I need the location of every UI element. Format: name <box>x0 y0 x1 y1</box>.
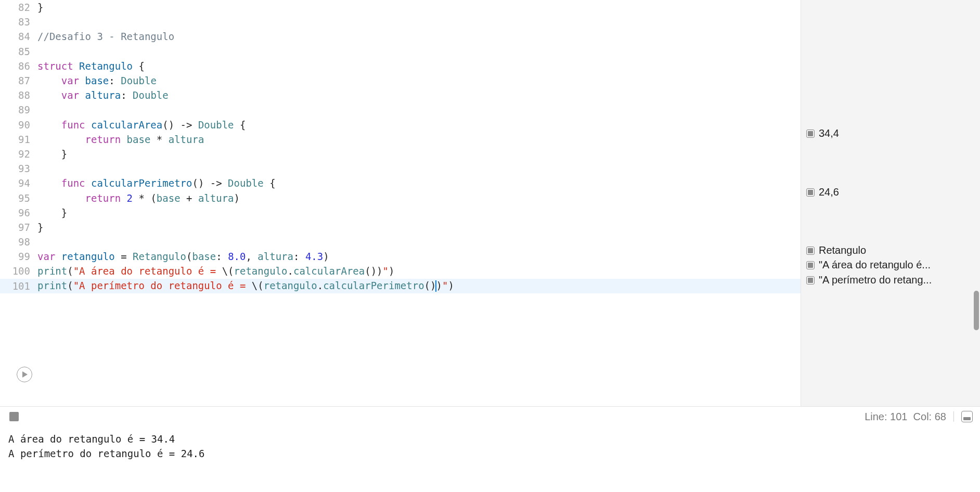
main-area: 82}8384//Desafio 3 - Retangulo8586struct… <box>0 0 980 406</box>
code-line[interactable]: 95 return 2 * (base + altura) <box>0 190 801 205</box>
line-content[interactable]: var retangulo = Retangulo(base: 8.0, alt… <box>37 251 801 262</box>
results-sidebar[interactable]: 34,424,6Retangulo"A área do retangulo é.… <box>801 0 980 406</box>
line-content[interactable]: } <box>37 207 801 218</box>
line-content[interactable]: print("A perímetro do retangulo é = \(re… <box>37 280 801 292</box>
line-number: 89 <box>0 104 37 115</box>
result-text: 34,4 <box>819 127 839 139</box>
line-number: 85 <box>0 46 37 57</box>
result-text: Retangulo <box>819 244 866 256</box>
line-content[interactable]: struct Retangulo { <box>37 60 801 72</box>
line-content[interactable]: return base * altura <box>37 134 801 145</box>
quicklook-icon[interactable] <box>806 130 815 138</box>
code-line[interactable]: 99var retangulo = Retangulo(base: 8.0, a… <box>0 249 801 264</box>
line-number: 86 <box>0 60 37 72</box>
code-line[interactable]: 100print("A área do retangulo é = \(reta… <box>0 264 801 278</box>
code-line[interactable]: 84//Desafio 3 - Retangulo <box>0 29 801 44</box>
code-line[interactable]: 85 <box>0 44 801 59</box>
result-text: 24,6 <box>819 186 839 198</box>
result-row[interactable]: 24,6 <box>806 186 976 198</box>
status-col-label: Col: <box>913 411 932 423</box>
line-number: 95 <box>0 192 37 204</box>
line-number: 91 <box>0 134 37 145</box>
line-number: 82 <box>0 2 37 13</box>
line-content[interactable]: var base: Double <box>37 75 801 86</box>
status-line-label: Line: <box>865 411 887 423</box>
code-line[interactable]: 88 var altura: Double <box>0 88 801 102</box>
result-text: "A perímetro do retang... <box>819 274 932 286</box>
code-line[interactable]: 101print("A perímetro do retangulo é = \… <box>0 279 801 293</box>
status-col-value: 68 <box>935 411 946 423</box>
code-line[interactable]: 86struct Retangulo { <box>0 59 801 73</box>
line-number: 97 <box>0 222 37 233</box>
play-icon <box>22 371 28 378</box>
result-row[interactable]: Retangulo <box>806 244 976 256</box>
stop-button[interactable] <box>9 412 19 421</box>
line-content[interactable]: return 2 * (base + altura) <box>37 192 801 204</box>
line-content[interactable]: } <box>37 148 801 160</box>
console-line: A perímetro do retangulo é = 24.6 <box>8 446 972 461</box>
line-number: 94 <box>0 177 37 189</box>
line-content[interactable]: } <box>37 222 801 233</box>
code-line[interactable]: 83 <box>0 15 801 29</box>
result-row[interactable]: "A área do retangulo é... <box>806 259 976 271</box>
line-number: 92 <box>0 148 37 160</box>
quicklook-icon[interactable] <box>806 276 815 284</box>
result-text: "A área do retangulo é... <box>819 259 931 271</box>
code-line[interactable]: 96 } <box>0 205 801 220</box>
code-line[interactable]: 94 func calcularPerimetro() -> Double { <box>0 176 801 190</box>
result-row[interactable]: "A perímetro do retang... <box>806 274 976 286</box>
code-line[interactable]: 87 var base: Double <box>0 73 801 88</box>
code-line[interactable]: 92 } <box>0 147 801 161</box>
line-number: 84 <box>0 31 37 42</box>
line-number: 96 <box>0 207 37 218</box>
quicklook-icon[interactable] <box>806 261 815 269</box>
line-number: 83 <box>0 16 37 28</box>
line-content[interactable]: } <box>37 2 801 13</box>
code-line[interactable]: 90 func calcularArea() -> Double { <box>0 118 801 132</box>
status-bar: Line: 101 Col: 68 <box>0 406 980 426</box>
scrollbar-handle[interactable] <box>974 291 979 330</box>
line-number: 87 <box>0 75 37 86</box>
line-number: 93 <box>0 163 37 174</box>
code-line[interactable]: 89 <box>0 102 801 117</box>
console-output[interactable]: A área do retangulo é = 34.4A perímetro … <box>0 426 980 492</box>
run-button[interactable] <box>17 367 32 382</box>
editor-pane[interactable]: 82}8384//Desafio 3 - Retangulo8586struct… <box>0 0 801 406</box>
line-content[interactable]: print("A área do retangulo é = \(retangu… <box>37 265 801 277</box>
code-line[interactable]: 98 <box>0 235 801 249</box>
line-content[interactable]: func calcularArea() -> Double { <box>37 119 801 131</box>
quicklook-icon[interactable] <box>806 247 815 255</box>
line-number: 98 <box>0 236 37 248</box>
status-line-value: 101 <box>890 411 907 423</box>
line-number: 99 <box>0 251 37 262</box>
toggle-debug-area-icon[interactable] <box>961 411 973 422</box>
line-content[interactable]: var altura: Double <box>37 89 801 101</box>
line-content[interactable]: //Desafio 3 - Retangulo <box>37 31 801 42</box>
line-number: 88 <box>0 89 37 101</box>
code-line[interactable]: 97} <box>0 220 801 235</box>
quicklook-icon[interactable] <box>806 188 815 197</box>
result-row[interactable]: 34,4 <box>806 127 976 139</box>
code-line[interactable]: 91 return base * altura <box>0 132 801 147</box>
console-line: A área do retangulo é = 34.4 <box>8 432 972 446</box>
line-content[interactable]: func calcularPerimetro() -> Double { <box>37 177 801 189</box>
status-divider <box>953 411 954 422</box>
line-number: 101 <box>0 280 37 292</box>
code-line[interactable]: 82} <box>0 0 801 15</box>
code-line[interactable]: 93 <box>0 161 801 176</box>
code-lines[interactable]: 82}8384//Desafio 3 - Retangulo8586struct… <box>0 0 801 293</box>
line-number: 90 <box>0 119 37 131</box>
line-number: 100 <box>0 265 37 277</box>
